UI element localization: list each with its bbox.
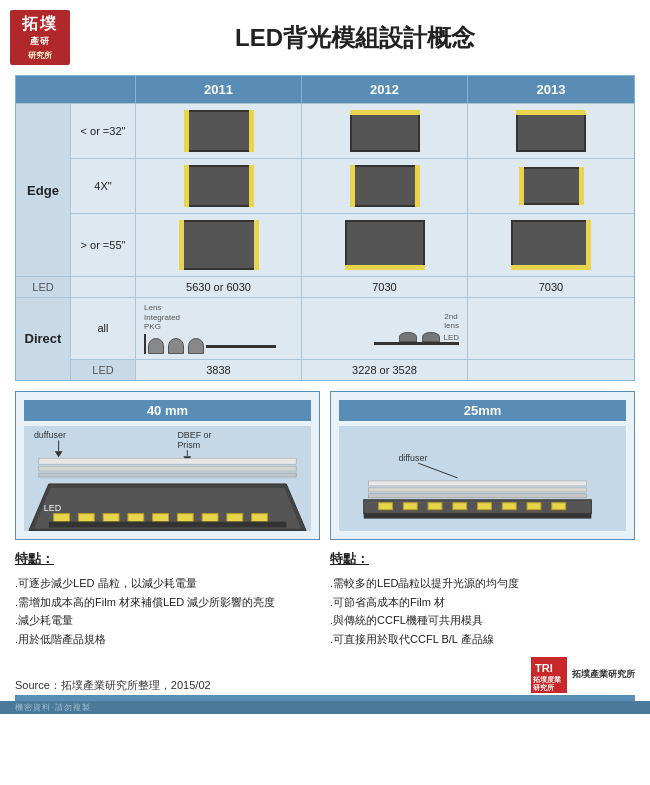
- tv-display: [511, 220, 591, 270]
- company-logo: 拓墣 產研 研究所: [10, 10, 70, 65]
- yellow-top: [350, 110, 420, 115]
- tv-display: [519, 167, 584, 205]
- feature-right: 特點： .需較多的LED晶粒以提升光源的均勻度 .可節省高成本的Film 材 .…: [330, 548, 635, 649]
- direct-led-2012: 3228 or 3528: [302, 360, 468, 380]
- svg-rect-22: [369, 481, 587, 486]
- header-year-2012: 2012: [302, 76, 468, 103]
- direct-led-2013: [468, 360, 634, 380]
- feature-left-item-2: .減少耗電量: [15, 611, 320, 630]
- tv-display: [345, 220, 425, 270]
- edge-row-55: > or =55": [71, 214, 634, 276]
- led-vis-row: [144, 334, 276, 354]
- direct-vis-2013: [468, 298, 634, 359]
- tri-logo: TRI 拓墣度業 研究所 拓墣產業研究所: [531, 657, 635, 693]
- tv-display: [184, 165, 254, 207]
- feature-left-title: 特點：: [15, 548, 320, 570]
- table-header: 2011 2012 2013: [16, 76, 634, 103]
- tv-display: [179, 220, 259, 270]
- yellow-right: [586, 220, 591, 270]
- prism-label: Prism: [177, 440, 200, 450]
- direct-section: Direct all LensIntegratedPKG: [16, 297, 634, 380]
- tv-32-2012: [302, 104, 468, 158]
- page-title: LED背光模組設計概念: [80, 22, 630, 54]
- feature-right-title: 特點：: [330, 548, 635, 570]
- size-55: > or =55": [71, 214, 136, 276]
- svg-rect-6: [39, 466, 296, 471]
- led-dome: [148, 338, 164, 354]
- tv-4x-2013: [468, 159, 634, 213]
- diagram-40mm: 40 mm duffuser DBEF or Prism: [15, 391, 320, 540]
- main-table: 2011 2012 2013 Edge < or =32": [15, 75, 635, 381]
- direct-vis-2012: 2ndlens LED: [302, 298, 468, 359]
- yellow-right: [254, 220, 259, 270]
- size-4x: 4X": [71, 159, 136, 213]
- edge-led-2011: 5630 or 6030: [136, 277, 302, 297]
- svg-rect-34: [364, 513, 592, 518]
- yellow-bottom: [345, 265, 425, 270]
- direct-led-row: LED 3838 3228 or 3528: [71, 360, 634, 380]
- edge-led-row: LED 5630 or 6030 7030 7030: [16, 276, 634, 297]
- led-label-svg: LED: [44, 502, 61, 512]
- direct-row-all: all LensIntegratedPKG: [71, 298, 634, 360]
- diagram-40mm-visual: duffuser DBEF or Prism: [24, 426, 311, 531]
- header-empty: [16, 76, 136, 103]
- svg-rect-15: [177, 513, 193, 521]
- direct-led-2011: 3838: [136, 360, 302, 380]
- svg-rect-10: [54, 513, 70, 521]
- yellow-right: [249, 165, 254, 207]
- edge-section: Edge < or =32": [16, 103, 634, 297]
- svg-rect-24: [369, 494, 587, 498]
- tri-logo-svg: TRI 拓墣度業 研究所: [531, 657, 567, 693]
- svg-rect-5: [39, 458, 296, 464]
- led-domes: [148, 338, 204, 354]
- svg-rect-11: [78, 513, 94, 521]
- feature-left-item-1: .需增加成本高的Film 材來補償LED 減少所影響的亮度: [15, 593, 320, 612]
- duffuser-label: duffuser: [34, 430, 66, 440]
- yellow-right: [579, 167, 584, 205]
- tv-4x-2011: [136, 159, 302, 213]
- yellow-right: [415, 165, 420, 207]
- svg-text:研究所: 研究所: [533, 683, 555, 691]
- header: 拓墣 產研 研究所 LED背光模組設計概念: [0, 0, 650, 70]
- logo-bot: 產研: [30, 35, 50, 48]
- lens-label: LensIntegratedPKG: [144, 303, 180, 332]
- diagram-40mm-title: 40 mm: [24, 400, 311, 421]
- svg-text:拓墣度業: 拓墣度業: [532, 675, 562, 683]
- edge-row-32: < or =32": [71, 104, 634, 159]
- led-dome-flat: [422, 332, 440, 342]
- svg-rect-14: [153, 513, 169, 521]
- yellow-left: [350, 165, 355, 207]
- diagram-40mm-svg: duffuser DBEF or Prism: [24, 426, 311, 531]
- tv-display: [350, 165, 420, 207]
- arrow-left: [144, 334, 146, 354]
- tri-logo-text: 拓墣產業研究所: [572, 669, 635, 681]
- tv-display: [516, 110, 586, 152]
- tv-display: [350, 110, 420, 152]
- size-32: < or =32": [71, 104, 136, 158]
- svg-rect-29: [453, 503, 467, 510]
- tv-screen: [345, 220, 425, 270]
- dbef-label: DBEF or: [177, 430, 211, 440]
- led-line-2012: [374, 342, 459, 345]
- features-section: 特點： .可逐步減少LED 晶粒，以減少耗電量 .需增加成本高的Film 材來補…: [15, 548, 635, 649]
- feature-right-item-1: .可節省高成本的Film 材: [330, 593, 635, 612]
- diagram-25mm-svg: diffuser: [339, 426, 626, 531]
- edge-led-empty: [71, 277, 136, 297]
- svg-rect-13: [128, 513, 144, 521]
- feature-left-item-0: .可逐步減少LED 晶粒，以減少耗電量: [15, 574, 320, 593]
- led-domes-2nd: [399, 332, 440, 342]
- diagram-25mm: 25mm diffuser: [330, 391, 635, 540]
- feature-left-item-3: .用於低階產品規格: [15, 630, 320, 649]
- lens-2nd-label: 2ndlens: [444, 312, 459, 330]
- tv-55-2013: [468, 214, 634, 276]
- led-dome-flat: [399, 332, 417, 342]
- direct-all-label: all: [71, 298, 136, 359]
- tv-55-2011: [136, 214, 302, 276]
- led-text-2012: LED: [443, 333, 459, 342]
- tri-logo-img: TRI 拓墣度業 研究所: [531, 657, 567, 693]
- tv-screen: [350, 165, 420, 207]
- svg-rect-18: [252, 513, 268, 521]
- tv-screen: [350, 110, 420, 152]
- yellow-top: [516, 110, 586, 115]
- logo-sub: 研究所: [28, 50, 52, 61]
